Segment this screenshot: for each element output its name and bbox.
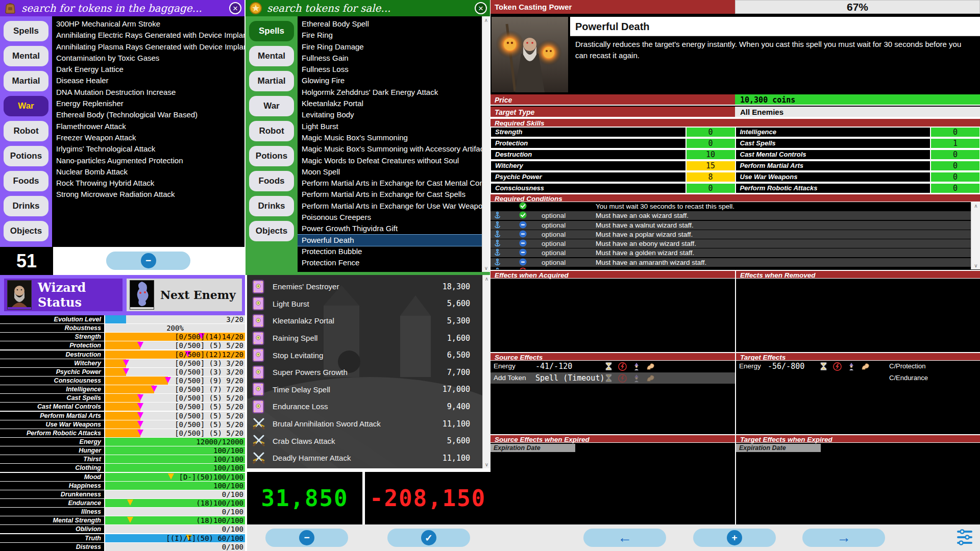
token-list-item[interactable]: Light Burst — [298, 121, 482, 132]
category-button-war[interactable]: War — [4, 96, 48, 116]
category-button-foods[interactable]: Foods — [249, 171, 294, 191]
baggage-remove-button[interactable]: − — [106, 252, 190, 270]
category-button-martial[interactable]: Martial — [249, 71, 294, 91]
remove-button[interactable]: − — [265, 529, 348, 547]
scroll-down-icon[interactable]: ∨ — [482, 265, 490, 271]
category-button-robot[interactable]: Robot — [249, 121, 294, 141]
sale-search-title[interactable]: search tokens for sale... — [267, 2, 390, 14]
token-list-item[interactable]: Perform Martial Arts in Exchange for Cas… — [298, 189, 482, 200]
condition-row[interactable]: Must have a selected wizard staff. — [491, 267, 980, 269]
token-list-item[interactable]: Levitating Body — [298, 109, 482, 120]
token-list-item[interactable]: Protection Fence — [298, 257, 482, 268]
condition-row[interactable]: You must wait 30 seconds to recast this … — [491, 202, 980, 211]
token-list-item[interactable]: Powerful Death — [298, 235, 482, 246]
category-button-mental[interactable]: Mental — [249, 46, 294, 66]
token-list-item[interactable]: Holgormk Zehddrus' Dark Energy Attack — [298, 87, 482, 98]
token-list-item[interactable]: Energy Replenisher — [52, 98, 244, 109]
token-list-item[interactable]: Moon Spell — [298, 166, 482, 178]
shop-list-item[interactable]: Crab Claws Attack5,600 — [247, 432, 491, 449]
shop-list-item[interactable]: Time Delay Spell17,000 — [247, 381, 491, 398]
category-button-robot[interactable]: Robot — [4, 121, 48, 141]
condition-row[interactable]: optionalMust have a walnut wizard staff. — [491, 221, 980, 230]
category-button-mental[interactable]: Mental — [4, 46, 48, 66]
token-list-item[interactable]: DNA Mutation Destruction Increase — [52, 87, 244, 98]
token-list-item[interactable]: Poisonous Creepers — [298, 212, 482, 223]
token-list-item[interactable]: Perform Martial Arts in Exchange for Use… — [298, 201, 482, 212]
token-list-item[interactable]: Annihilating Electric Rays Generated wit… — [52, 30, 244, 41]
category-button-war[interactable]: War — [249, 96, 294, 116]
token-list-item[interactable]: Magic Words to Defeat Creatures without … — [298, 155, 482, 166]
token-list-item[interactable]: Magic Music Box's Summoning — [298, 132, 482, 143]
token-list-item[interactable]: Perform Martial Arts in Exchange for Cas… — [298, 178, 482, 189]
conditions-scrollbar[interactable]: ∧ ∨ — [971, 202, 980, 269]
category-button-foods[interactable]: Foods — [4, 171, 48, 191]
shop-list-item[interactable]: Light Burst5,600 — [247, 295, 491, 313]
shop-list-item[interactable]: Endurance Loss9,400 — [247, 398, 491, 415]
stat-bar: [(I)/I](50) 60/100 — [105, 534, 245, 542]
condition-row[interactable]: optionalMust have an ebony wizard staff. — [491, 239, 980, 248]
previous-button[interactable]: ← — [583, 529, 666, 547]
token-list-item[interactable]: Irlygims' Technological Attack — [52, 143, 244, 155]
lightning-icon — [618, 362, 627, 373]
add-button[interactable]: + — [693, 529, 776, 547]
category-button-spells[interactable]: Spells — [4, 21, 48, 41]
category-button-spells[interactable]: Spells — [249, 21, 294, 41]
shop-list-item[interactable]: Super Powers Growth7,700 — [247, 364, 491, 381]
category-button-objects[interactable]: Objects — [4, 221, 48, 241]
token-list-item[interactable]: Contamination by Toxic Gases — [52, 53, 244, 64]
token-list-item[interactable]: Fire Ring — [298, 30, 482, 41]
token-list-item[interactable]: Fullness Gain — [298, 53, 482, 64]
category-button-drinks[interactable]: Drinks — [4, 196, 48, 216]
token-list-item[interactable]: Kleetanlakz Portal — [298, 98, 482, 109]
token-list-item[interactable]: Ethereal Body Spell — [298, 18, 482, 30]
sale-panel: search tokens for sale... × SpellsMental… — [246, 0, 490, 275]
token-list-item[interactable]: Flamethrower Attack — [52, 121, 244, 132]
token-list-item[interactable]: Nuclear Bomb Attack — [52, 166, 244, 178]
token-list-item[interactable]: Power Growth Thigvidra Gift — [298, 223, 482, 234]
category-button-potions[interactable]: Potions — [4, 146, 48, 166]
token-list-item[interactable]: 300HP Mechanical Arm Stroke — [52, 18, 244, 30]
confirm-button[interactable]: ✓ — [387, 529, 470, 547]
token-list-item[interactable]: Ethereal Body (Technological War Based) — [52, 109, 244, 120]
token-list-item[interactable]: Disease Healer — [52, 75, 244, 86]
shop-item-name: Endurance Loss — [273, 402, 447, 411]
token-list-item[interactable]: Fire Ring Damage — [298, 41, 482, 53]
close-icon[interactable]: × — [229, 2, 241, 14]
shop-list-item[interactable]: Deadly Hammer Attack11,100 — [247, 449, 491, 467]
token-list-item[interactable]: Dark Energy Lattice — [52, 64, 244, 75]
wizard-status-box[interactable]: Wizard Status — [4, 279, 122, 311]
token-list-item[interactable]: Fullness Loss — [298, 64, 482, 75]
baggage-search-title[interactable]: search for tokens in the baggage... — [21, 2, 202, 14]
token-list-item[interactable]: Strong Microwave Radiation Attack — [52, 189, 244, 200]
token-list-item[interactable]: Protection Bubble — [298, 246, 482, 257]
sale-list-scrollbar[interactable]: ∧ ∨ — [482, 16, 490, 272]
token-list-item[interactable]: Rock Throwing Hybrid Attack — [52, 178, 244, 189]
shop-list-item[interactable]: Raining Spell1,600 — [247, 330, 491, 347]
scroll-down-icon[interactable]: ∨ — [971, 263, 980, 268]
filters-icon[interactable] — [956, 528, 973, 549]
condition-row[interactable]: optionalMust have a golden wizard staff. — [491, 248, 980, 257]
condition-row[interactable]: optionalMust have an oak wizard staff. — [491, 211, 980, 220]
next-button[interactable]: → — [802, 529, 885, 547]
category-button-drinks[interactable]: Drinks — [249, 196, 294, 216]
next-enemy-box[interactable]: Next Enemy — [127, 279, 242, 311]
shop-list-item[interactable]: Enemies' Destroyer18,300 — [247, 278, 491, 295]
scroll-up-icon[interactable]: ∧ — [971, 203, 980, 209]
token-list-item[interactable]: Annihilating Plasma Rays Generated with … — [52, 41, 244, 53]
token-list-item[interactable]: Magic Music Box's Summoning with Accesso… — [298, 143, 482, 155]
shop-list-item[interactable]: Stop Levitating6,500 — [247, 346, 491, 364]
balance-negative: -208,150 — [365, 472, 491, 524]
category-button-martial[interactable]: Martial — [4, 71, 48, 91]
token-list-item[interactable]: Nano-particles Augmented Protection — [52, 155, 244, 166]
token-list-item[interactable]: Glowing Fire — [298, 75, 482, 86]
category-button-potions[interactable]: Potions — [249, 146, 294, 166]
condition-row[interactable]: optionalMust have an amaranth wizard sta… — [491, 258, 980, 267]
condition-row[interactable]: optionalMust have a poplar wizard staff. — [491, 230, 980, 239]
shop-item-price: 11,100 — [443, 419, 470, 429]
shop-list-item[interactable]: Brutal Annihilation Sword Attack11,100 — [247, 415, 491, 433]
token-list-item[interactable]: Freezer Weapon Attack — [52, 132, 244, 143]
category-button-objects[interactable]: Objects — [249, 221, 294, 241]
scroll-up-icon[interactable]: ∧ — [482, 17, 490, 23]
shop-list-item[interactable]: Kleetanlakz Portal5,300 — [247, 312, 491, 330]
close-icon[interactable]: × — [475, 2, 487, 14]
